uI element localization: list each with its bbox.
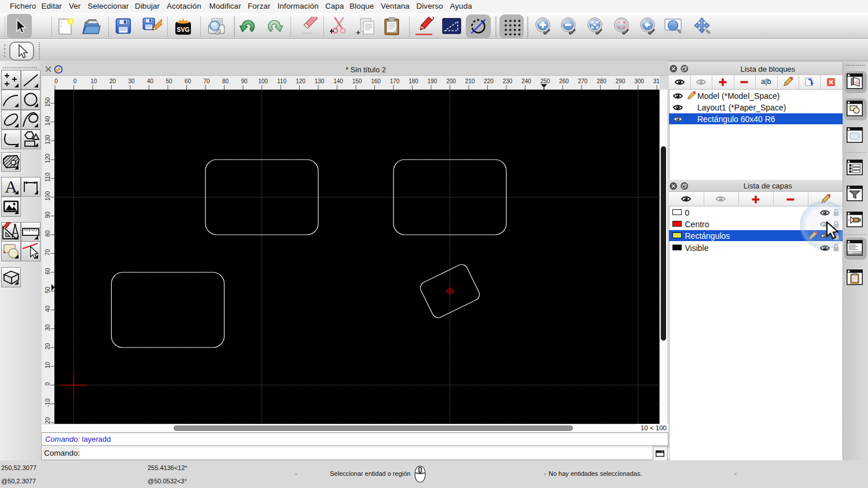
svg-text:180: 180 [409,78,418,84]
svg-text:90: 90 [241,78,248,84]
svg-text:230: 230 [503,78,513,84]
svg-text:0: 0 [44,382,50,386]
svg-text:210: 210 [465,78,475,84]
svg-text:SVG: SVG [176,26,189,33]
svg-text:250: 250 [540,78,550,84]
svg-text:0: 0 [73,78,77,84]
svg-text:70: 70 [203,78,210,84]
svg-text:30: 30 [128,78,135,84]
svg-text:20: 20 [109,78,116,84]
svg-text:130: 130 [315,78,325,84]
svg-text:80: 80 [222,78,229,84]
svg-text:60: 60 [44,268,50,275]
svg-text:c: command: c: command [849,252,860,254]
svg-text:0: 0 [54,78,58,84]
svg-text:160: 160 [371,78,381,84]
svg-text:240: 240 [521,78,531,84]
svg-text:40: 40 [147,78,154,84]
svg-text:220: 220 [484,78,494,84]
svg-text:20: 20 [44,343,50,350]
svg-text:200: 200 [446,78,456,84]
svg-text:150: 150 [44,97,50,107]
svg-text:150: 150 [352,78,362,84]
svg-text:270: 270 [578,78,588,84]
svg-text:110: 110 [277,78,286,84]
svg-text:310: 310 [653,78,660,84]
svg-text:280: 280 [597,78,606,84]
svg-text:130: 130 [44,135,50,145]
svg-text:60: 60 [185,78,192,84]
svg-text:140: 140 [333,78,343,84]
svg-text:-10: -10 [44,398,50,407]
svg-text:80: 80 [44,230,50,237]
svg-text:50: 50 [44,287,50,294]
svg-text:110: 110 [44,172,50,182]
svg-text:190: 190 [428,78,437,84]
svg-text:170: 170 [390,78,400,84]
svg-text:100: 100 [258,78,268,84]
svg-text:260: 260 [559,78,569,84]
svg-text:10: 10 [90,78,97,84]
svg-text:10: 10 [44,362,50,369]
svg-text:100: 100 [44,191,50,201]
svg-text:120: 120 [44,153,50,163]
svg-text:290: 290 [616,78,626,84]
svg-text:90: 90 [44,212,50,219]
svg-text:A: A [5,177,17,196]
svg-text:120: 120 [296,78,306,84]
svg-text:140: 140 [44,116,50,125]
svg-text:-20: -20 [44,417,50,424]
svg-text:50: 50 [165,78,172,84]
svg-text:40: 40 [44,305,50,312]
svg-text:70: 70 [44,249,50,256]
svg-text:30: 30 [44,324,50,331]
svg-text:300: 300 [634,78,644,84]
